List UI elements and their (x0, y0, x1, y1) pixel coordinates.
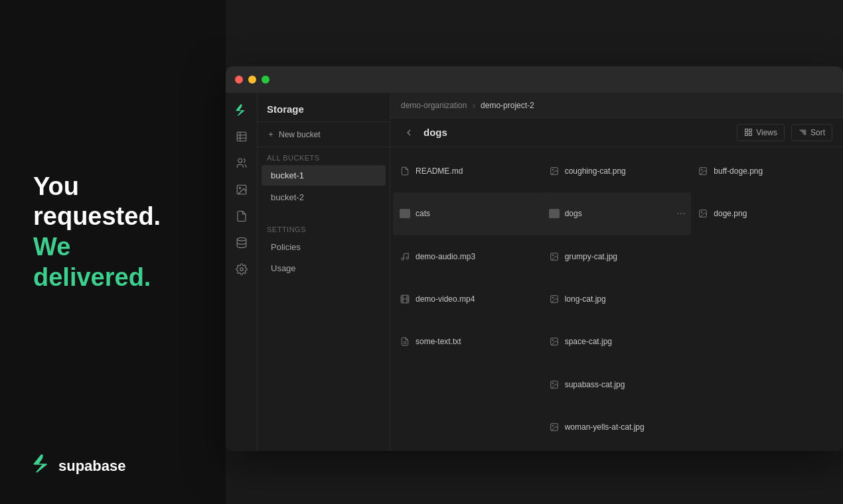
image-icon (549, 336, 560, 347)
new-bucket-label: New bucket (279, 130, 321, 139)
icon-sidebar (226, 93, 258, 451)
file-item-grumpy-cat[interactable]: grumpy-cat.jpg (542, 235, 692, 278)
minimize-button[interactable] (248, 76, 256, 84)
sidebar-icon-users[interactable] (230, 151, 254, 175)
file-name: supabass-cat.jpg (565, 380, 625, 389)
file-item-demo-audio[interactable]: demo-audio.mp3 (393, 235, 542, 278)
file-name: long-cat.jpg (565, 294, 606, 304)
breadcrumb-bar: demo-organization › demo-project-2 (390, 93, 843, 118)
file-item-empty-2 (691, 278, 840, 320)
sort-label: Sort (810, 128, 825, 137)
file-item-coughing-cat[interactable]: coughing-cat.png (542, 150, 692, 192)
file-item-supabass-cat[interactable]: supabass-cat.jpg (542, 363, 692, 405)
file-icon (400, 166, 410, 176)
back-button[interactable] (401, 125, 417, 141)
sidebar-icon-file[interactable] (230, 204, 254, 228)
settings-section: Settings Policies Usage (258, 219, 390, 279)
image-icon (549, 379, 560, 390)
file-item-doge[interactable]: doge.png (691, 192, 840, 235)
settings-label: Settings (258, 219, 390, 236)
title-bar (226, 66, 843, 93)
file-name: woman-yells-at-cat.jpg (565, 422, 645, 432)
svg-point-22 (701, 212, 702, 214)
sidebar-icon-database[interactable] (230, 231, 254, 255)
file-item-empty-4 (393, 363, 542, 405)
file-name: space-cat.jpg (565, 337, 612, 346)
svg-point-36 (552, 297, 554, 298)
breadcrumb-project: demo-project-2 (481, 101, 534, 110)
file-name: buff-doge.png (714, 166, 763, 176)
sort-button[interactable]: Sort (791, 124, 832, 141)
views-button[interactable]: Views (737, 124, 785, 141)
folder-name: cats (416, 209, 430, 218)
svg-point-44 (552, 425, 554, 426)
brand-name: supabase (58, 458, 126, 475)
tagline-line2: We delivered. (33, 232, 192, 292)
sidebar-icon-table[interactable] (230, 125, 254, 149)
breadcrumb-org[interactable]: demo-organization (401, 101, 467, 110)
app-window: Storage ＋ New bucket All Buckets bucket-… (226, 66, 843, 451)
file-item-demo-video[interactable]: demo-video.mp4 (393, 278, 542, 320)
text-file-icon (400, 336, 410, 347)
close-button[interactable] (235, 76, 243, 84)
policies-item[interactable]: Policies (262, 237, 386, 257)
svg-point-4 (238, 158, 242, 162)
folder-icon (549, 209, 560, 218)
svg-rect-12 (745, 133, 748, 136)
svg-rect-11 (749, 133, 752, 136)
file-item-empty-6 (393, 406, 542, 448)
svg-point-6 (239, 187, 240, 188)
svg-point-7 (237, 238, 246, 241)
brand-tagline: You requested. We delivered. (33, 172, 192, 292)
new-bucket-button[interactable]: ＋ New bucket (258, 122, 390, 147)
audio-icon (400, 251, 410, 262)
file-item-empty-5 (691, 363, 840, 405)
file-item-some-text[interactable]: some-text.txt (393, 320, 542, 363)
file-item-empty-7 (691, 406, 840, 448)
folder-item-cats[interactable]: cats (393, 192, 542, 235)
sidebar-icon-bolt[interactable] (230, 98, 254, 122)
all-buckets-label: All Buckets (258, 147, 390, 164)
svg-rect-9 (745, 129, 748, 132)
bucket-item-2[interactable]: bucket-2 (262, 187, 386, 208)
folder-icon (400, 209, 410, 218)
file-name: README.md (416, 166, 463, 176)
header-actions: Views Sort (737, 124, 832, 141)
folder-item-dogs[interactable]: dogs ⋯ (542, 192, 692, 235)
storage-title: Storage (258, 93, 390, 122)
file-name: demo-video.mp4 (416, 294, 475, 304)
bucket-item-1[interactable]: bucket-1 (262, 165, 386, 186)
app-layout: Storage ＋ New bucket All Buckets bucket-… (226, 93, 843, 451)
file-item-readme[interactable]: README.md (393, 150, 542, 192)
svg-point-18 (552, 169, 554, 170)
svg-rect-10 (749, 129, 752, 132)
sidebar-icon-settings[interactable] (230, 257, 254, 281)
file-item-woman-yells[interactable]: woman-yells-at-cat.jpg (542, 406, 692, 448)
views-label: Views (756, 128, 777, 137)
file-item-empty-3 (691, 320, 840, 363)
svg-point-26 (552, 255, 554, 256)
svg-point-20 (701, 169, 702, 170)
svg-point-42 (552, 383, 554, 384)
file-item-long-cat[interactable]: long-cat.jpg (542, 278, 692, 320)
file-item-space-cat[interactable]: space-cat.jpg (542, 320, 692, 363)
file-name: doge.png (714, 209, 747, 218)
more-actions-icon[interactable]: ⋯ (676, 208, 686, 219)
tagline-line1: You requested. (33, 172, 192, 232)
usage-item[interactable]: Usage (262, 258, 386, 279)
current-folder-name: dogs (423, 127, 730, 138)
image-icon (698, 166, 708, 176)
maximize-button[interactable] (262, 76, 269, 84)
file-item-empty-1 (691, 235, 840, 278)
svg-point-8 (240, 268, 243, 271)
breadcrumb-separator: › (472, 100, 475, 111)
image-icon (549, 294, 560, 304)
branding-area: You requested. We delivered. supabase (0, 0, 226, 504)
file-name: demo-audio.mp3 (416, 252, 475, 261)
image-icon (549, 166, 560, 176)
file-item-buff-doge[interactable]: buff-doge.png (691, 150, 840, 192)
image-icon (549, 422, 560, 432)
sidebar-icon-image[interactable] (230, 178, 254, 202)
svg-point-40 (552, 340, 554, 341)
file-browser-header: dogs Views Sort (390, 118, 843, 147)
